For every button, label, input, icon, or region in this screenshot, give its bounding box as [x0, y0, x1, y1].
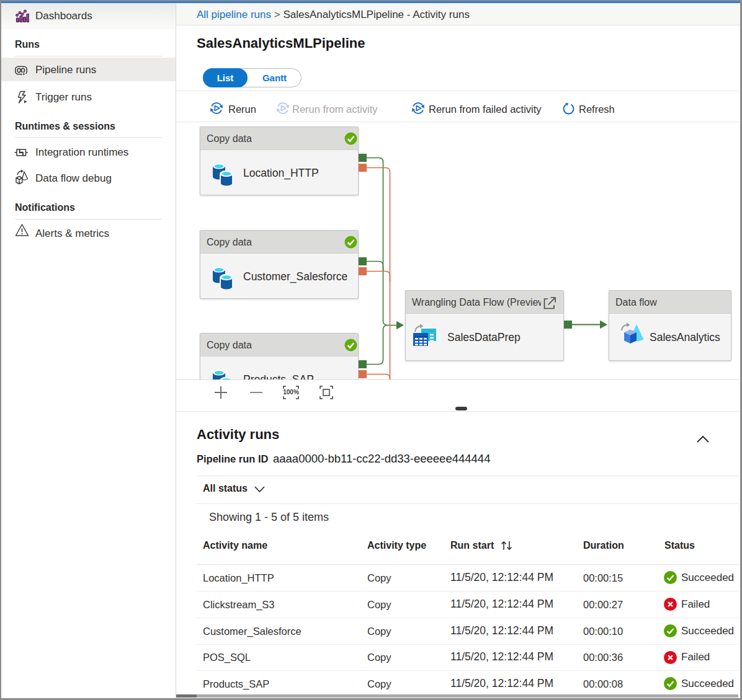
svg-text:100%: 100% — [283, 389, 299, 396]
